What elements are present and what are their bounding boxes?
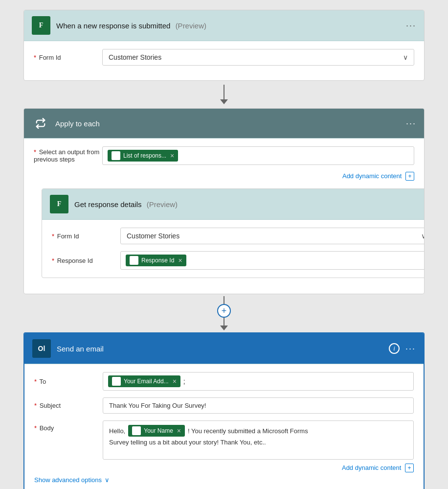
- send-email-title: Send an email: [57, 345, 383, 353]
- get-response-form-id-row: * Form Id Customer Stories ∨: [52, 228, 425, 244]
- body-control: Hello, F Your Name × ! You recently subm…: [103, 420, 414, 460]
- subject-label: * Subject: [34, 402, 103, 409]
- trigger-form-id-row: * Form Id Customer Stories ∨: [34, 49, 414, 66]
- get-response-form-id-select[interactable]: Customer Stories ∨: [120, 228, 425, 244]
- body-line1: Hello, F Your Name × ! You recently subm…: [109, 425, 407, 437]
- get-response-form-id-control[interactable]: Customer Stories ∨: [120, 228, 425, 244]
- subject-label-text: Subject: [40, 402, 61, 409]
- email-add-dynamic-link[interactable]: Add dynamic content +: [342, 464, 414, 471]
- get-response-response-id-control: F Response Id ×: [120, 251, 425, 270]
- flow-container: F When a new response is submitted (Prev…: [10, 10, 438, 489]
- trigger-form-id-control[interactable]: Customer Stories ∨: [102, 49, 414, 66]
- show-advanced-options[interactable]: Show advanced options ∨: [34, 476, 414, 484]
- apply-select-row: * Select an output from previous steps F…: [34, 146, 414, 165]
- get-response-title-text: Get response details: [74, 200, 142, 209]
- trigger-card: F When a new response is submitted (Prev…: [23, 10, 425, 81]
- email-add-dynamic-text: Add dynamic content: [342, 464, 401, 471]
- get-response-more-button[interactable]: ···: [424, 200, 425, 209]
- trigger-form-id-label-text: Form Id: [39, 54, 61, 61]
- info-icon[interactable]: i: [389, 343, 400, 354]
- subject-field-row: * Subject Thank You For Taking Our Surve…: [34, 397, 414, 414]
- forms-icon: F: [32, 16, 50, 35]
- required-star: *: [34, 54, 36, 61]
- apply-add-dynamic-text: Add dynamic content: [342, 172, 402, 180]
- to-tag-input[interactable]: F Your Email Add... × ;: [103, 372, 414, 391]
- get-response-title: Get response details (Preview): [74, 200, 418, 209]
- apply-tag-input[interactable]: F List of respons... ×: [102, 146, 414, 165]
- apply-add-dynamic: Add dynamic content +: [34, 172, 414, 181]
- apply-select-control: F List of respons... ×: [102, 146, 414, 165]
- required-star-5: *: [34, 378, 37, 385]
- email-add-dynamic-plus-icon: +: [405, 464, 414, 472]
- outlook-icon: Ol: [32, 339, 51, 358]
- to-tag-text: Your Email Add...: [124, 378, 169, 385]
- apply-header: Apply to each ···: [24, 109, 424, 139]
- body-input[interactable]: Hello, F Your Name × ! You recently subm…: [103, 420, 414, 460]
- body-name-f: F: [135, 428, 138, 434]
- trigger-more-button[interactable]: ···: [406, 21, 416, 30]
- apply-select-label-text: Select an output from previous steps: [34, 148, 99, 163]
- to-label: * To: [34, 378, 103, 385]
- response-id-tag-text: Response Id: [141, 257, 174, 264]
- apply-title: Apply to each: [55, 119, 400, 128]
- get-response-icon: F: [50, 195, 68, 213]
- get-response-header: F Get response details (Preview) ···: [42, 189, 425, 220]
- to-label-text: To: [39, 378, 46, 385]
- chevron-down-icon-3: ∨: [105, 476, 110, 484]
- trigger-form-id-label: * Form Id: [34, 54, 102, 61]
- forms-f-sm: F: [114, 153, 118, 159]
- subject-value: Thank You For Taking Our Survey!: [109, 402, 206, 409]
- body-suffix: ! You recently submitted a Microsoft For…: [188, 427, 308, 435]
- trigger-form-id-select[interactable]: Customer Stories ∨: [102, 49, 414, 66]
- add-dynamic-plus-icon: +: [405, 172, 414, 181]
- get-response-response-id-label: * Response Id: [52, 257, 120, 264]
- body-name-close[interactable]: ×: [177, 427, 181, 435]
- to-tag-close[interactable]: ×: [173, 377, 177, 385]
- subject-input[interactable]: Thank You For Taking Our Survey!: [103, 397, 414, 414]
- required-star-2: *: [34, 148, 36, 156]
- email-add-dynamic: Add dynamic content +: [34, 464, 414, 472]
- subject-control[interactable]: Thank You For Taking Our Survey!: [103, 397, 414, 414]
- apply-to-each-card: Apply to each ··· * Select an output fro…: [23, 108, 425, 294]
- apply-add-dynamic-link[interactable]: Add dynamic content +: [342, 172, 414, 180]
- body-label: * Body: [34, 424, 103, 432]
- send-email-card: Ol Send an email i ··· * To F: [23, 332, 425, 489]
- send-email-body: * To F Your Email Add... × ;: [24, 364, 424, 489]
- add-step-circle[interactable]: +: [217, 304, 231, 318]
- to-field-row: * To F Your Email Add... × ;: [34, 372, 414, 391]
- response-id-tag-icon: F: [130, 256, 138, 265]
- required-star-4: *: [52, 257, 54, 264]
- send-email-more-button[interactable]: ···: [405, 344, 416, 353]
- to-tag-icon: F: [112, 377, 121, 386]
- required-star-6: *: [34, 402, 37, 409]
- get-response-tag-input[interactable]: F Response Id ×: [120, 251, 425, 270]
- arrow-head-1: [220, 99, 228, 104]
- apply-body: * Select an output from previous steps F…: [24, 139, 424, 294]
- to-email-tag: F Your Email Add... ×: [108, 375, 180, 387]
- send-email-header: Ol Send an email i ···: [24, 333, 424, 364]
- arrow-1: [220, 85, 228, 104]
- apply-tag-close[interactable]: ×: [170, 152, 174, 160]
- loop-icon: [32, 115, 49, 132]
- add-step-connector[interactable]: +: [217, 296, 231, 330]
- apply-list-tag: F List of respons... ×: [108, 150, 178, 162]
- trigger-form-id-value: Customer Stories: [109, 53, 161, 61]
- chevron-down-icon-2: ∨: [421, 232, 425, 240]
- body-field-row: * Body Hello, F Your Name ×: [34, 420, 414, 460]
- apply-select-label: * Select an output from previous steps: [34, 148, 102, 163]
- get-response-card: F Get response details (Preview) ··· *: [42, 188, 425, 278]
- chevron-down-icon: ∨: [403, 53, 408, 61]
- apply-more-button[interactable]: ···: [406, 119, 416, 128]
- get-response-response-id-label-text: Response Id: [57, 257, 93, 264]
- get-response-response-id-row: * Response Id F Response Id: [52, 251, 425, 270]
- to-control: F Your Email Add... × ;: [103, 372, 414, 391]
- required-star-7: *: [34, 424, 37, 432]
- arrow-line-1: [224, 85, 224, 99]
- get-response-form-id-label: * Form Id: [52, 233, 120, 240]
- forms-f-letter: F: [39, 22, 44, 29]
- body-label-text: Body: [40, 424, 54, 432]
- response-id-tag-close[interactable]: ×: [178, 256, 182, 264]
- trigger-title: When a new response is submitted (Previe…: [56, 22, 400, 30]
- body-line2: Survey telling us a bit about your story…: [109, 439, 407, 446]
- apply-tag-text: List of respons...: [123, 152, 166, 159]
